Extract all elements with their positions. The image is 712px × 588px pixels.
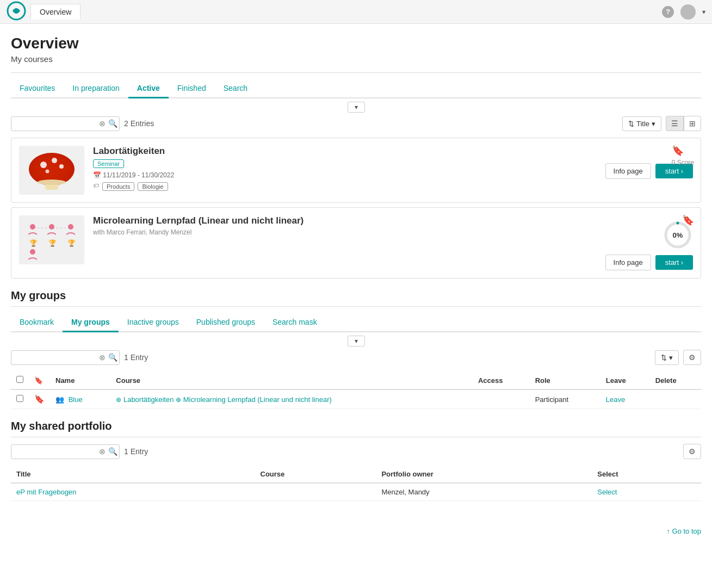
- courses-search-go-btn[interactable]: 🔍: [108, 119, 117, 128]
- groups-search-go-btn[interactable]: 🔍: [108, 353, 117, 362]
- group-row-blue: 🔖 👥 Blue ⊕ Labortätigkeiten ⊕ Microlearn…: [11, 389, 701, 409]
- page-title: Overview: [11, 35, 701, 52]
- my-courses-subtitle: My courses: [11, 54, 701, 64]
- portfolio-col-course: Course: [255, 466, 376, 483]
- group-course-link1[interactable]: Labortätigkeiten: [123, 395, 174, 404]
- groups-gear-btn[interactable]: ⚙: [683, 350, 701, 365]
- top-nav-right: ? ▾: [662, 4, 705, 20]
- user-dropdown-icon[interactable]: ▾: [702, 8, 705, 16]
- page-content: Overview My courses Favourites In prepar…: [0, 24, 712, 518]
- tab-published-groups[interactable]: Published groups: [188, 313, 264, 332]
- group-blue-name-cell: 👥 Blue: [50, 389, 110, 409]
- course-info-labortaetigkeiten: Labortätigkeiten Seminar 📅 11/11/2019 - …: [93, 146, 605, 191]
- groups-col-role: Role: [530, 372, 600, 389]
- groups-entries-count: 1 Entry: [124, 353, 651, 362]
- svg-point-11: [68, 224, 73, 230]
- portfolio-search-go-btn[interactable]: 🔍: [108, 447, 117, 456]
- app-logo[interactable]: [7, 1, 26, 22]
- groups-table: 🔖 Name Course Access Role Leave Delete 🔖: [11, 372, 701, 409]
- user-avatar[interactable]: [680, 4, 696, 20]
- tab-inactive-groups[interactable]: Inactive groups: [119, 313, 188, 332]
- groups-sort-dropdown-icon: ▾: [669, 354, 673, 362]
- portfolio-col-title: Title: [11, 466, 255, 483]
- view-grid-btn[interactable]: ⊞: [684, 116, 701, 131]
- svg-point-9: [30, 224, 35, 230]
- group-blue-link[interactable]: Blue: [69, 395, 83, 404]
- courses-search-clear-btn[interactable]: ⊗: [99, 119, 106, 128]
- groups-sort-icon: ⇅: [661, 354, 667, 362]
- portfolio-table: Title Course Portfolio owner Select eP m…: [11, 466, 701, 501]
- sort-icon: ⇅: [628, 120, 634, 128]
- go-to-top[interactable]: ↑ Go to top: [0, 518, 712, 540]
- divider-courses: [11, 72, 701, 73]
- group-blue-bookmark-cell: 🔖: [29, 389, 50, 409]
- svg-point-10: [49, 224, 54, 230]
- tags-icon: 🏷: [93, 182, 99, 191]
- groups-col-name: Name: [50, 372, 110, 389]
- portfolio-search-clear-btn[interactable]: ⊗: [99, 447, 106, 456]
- courses-search-wrap: ⊗ 🔍: [11, 116, 120, 131]
- tab-search[interactable]: Search: [215, 79, 256, 98]
- group-course-link2[interactable]: Microlearning Lernpfad (Linear und nicht…: [183, 395, 332, 404]
- groups-filter-bar: ⊗ 🔍 1 Entry ⇅ ▾ ⚙: [11, 350, 701, 365]
- courses-sort-btn[interactable]: ⇅ Title ▾: [622, 116, 661, 131]
- course-tag-products: Products: [102, 182, 134, 191]
- tab-active[interactable]: Active: [128, 79, 169, 98]
- tab-groups-bookmark[interactable]: Bookmark: [11, 313, 63, 332]
- score-label-course1: 0 Score: [672, 159, 694, 166]
- group-blue-leave-link[interactable]: Leave: [606, 395, 625, 404]
- overview-tab[interactable]: Overview: [30, 4, 81, 20]
- progress-circle-microlearning: 0%: [663, 220, 693, 250]
- course-title-microlearning: Microlearning Lernpfad (Linear und nicht…: [93, 215, 605, 226]
- groups-collapse-btn[interactable]: ▾: [348, 336, 365, 346]
- svg-point-5: [59, 164, 64, 169]
- portfolio-gear-btn[interactable]: ⚙: [683, 444, 701, 459]
- course1-info-btn[interactable]: Info page: [605, 163, 651, 179]
- calendar-icon: 📅: [93, 171, 101, 179]
- groups-select-all-checkbox[interactable]: [16, 376, 23, 383]
- help-icon[interactable]: ?: [662, 6, 674, 18]
- course-title-labortaetigkeiten: Labortätigkeiten: [93, 146, 605, 157]
- course-card-microlearning: 🏆 🏆 🏆 Microlearning Lernpfad (Linear und…: [11, 207, 701, 278]
- bookmark-icon-course1[interactable]: 🔖: [672, 145, 684, 156]
- group-blue-checkbox-cell: [11, 389, 29, 409]
- course-date-labortaetigkeiten: 📅 11/11/2019 - 11/30/2022: [93, 171, 605, 179]
- courses-view-toggle: ☰ ⊞: [666, 116, 701, 131]
- portfolio-search-wrap: ⊗ 🔍: [11, 444, 120, 459]
- course-tag-biologie: Biologie: [138, 182, 168, 191]
- course-info-microlearning: Microlearning Lernpfad (Linear und nicht…: [93, 215, 605, 239]
- courses-collapse-btn[interactable]: ▾: [348, 102, 365, 113]
- portfolio-col-owner: Portfolio owner: [376, 466, 592, 483]
- view-list-btn[interactable]: ☰: [666, 116, 684, 131]
- tab-my-groups[interactable]: My groups: [63, 313, 119, 332]
- groups-col-delete: Delete: [650, 372, 701, 389]
- tab-search-mask[interactable]: Search mask: [264, 313, 326, 332]
- group-blue-delete-cell: [650, 389, 701, 409]
- portfolio-course-cell: [255, 483, 376, 501]
- portfolio-title-link[interactable]: eP mit Fragebogen: [16, 488, 76, 496]
- group-blue-role-cell: Participant: [530, 389, 600, 409]
- groups-col-checkbox: [11, 372, 29, 389]
- course-thumb-microlearning: 🏆 🏆 🏆: [19, 215, 84, 264]
- course2-info-btn[interactable]: Info page: [605, 255, 651, 270]
- svg-text:🏆: 🏆: [67, 239, 76, 247]
- sort-label: Title: [636, 120, 649, 128]
- group-blue-course-cell: ⊕ Labortätigkeiten ⊕ Microlearning Lernp…: [110, 389, 473, 409]
- group-blue-checkbox[interactable]: [16, 395, 23, 402]
- bookmark-header-icon: 🔖: [34, 376, 43, 385]
- course2-start-btn[interactable]: start ›: [655, 255, 693, 270]
- portfolio-select-link[interactable]: Select: [597, 488, 617, 496]
- course2-right: 0% Info page start ›: [605, 215, 693, 270]
- tab-in-preparation[interactable]: In preparation: [64, 79, 128, 98]
- groups-search-clear-btn[interactable]: ⊗: [99, 353, 106, 362]
- progress-value: 0%: [673, 231, 683, 239]
- tab-finished[interactable]: Finished: [169, 79, 215, 98]
- tab-favourites[interactable]: Favourites: [11, 79, 64, 98]
- groups-collapse-row: ▾: [11, 336, 701, 346]
- group-blue-bookmark-icon[interactable]: 🔖: [34, 394, 45, 404]
- group-course-icon2: ⊕: [176, 396, 181, 404]
- groups-sort-btn[interactable]: ⇅ ▾: [655, 350, 679, 365]
- groups-col-bookmark-header: 🔖: [29, 372, 50, 389]
- svg-point-6: [46, 170, 49, 174]
- svg-point-17: [30, 249, 35, 255]
